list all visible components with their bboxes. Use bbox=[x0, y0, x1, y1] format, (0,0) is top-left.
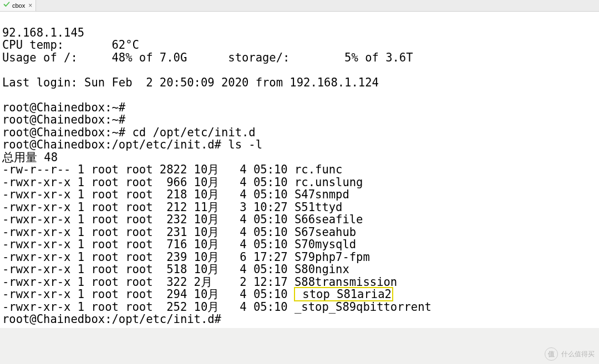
ls-filename: S47snmpd bbox=[295, 188, 349, 201]
ls-filename: rc.func bbox=[295, 163, 342, 176]
check-icon bbox=[3, 0, 10, 12]
table-row: -rwxr-xr-x 1 root root 232 10月 4 05:10 S… bbox=[2, 213, 597, 226]
ls-header: 总用量 48 bbox=[2, 151, 58, 164]
tab-bar: cbox × bbox=[0, 0, 599, 12]
ls-row-attrs: -rw-r--r-- 1 root root 2822 10月 4 05:10 bbox=[2, 163, 295, 176]
tab-label: cbox bbox=[12, 0, 25, 12]
table-row: -rwxr-xr-x 1 root root 218 10月 4 05:10 S… bbox=[2, 188, 597, 201]
table-row: -rwxr-xr-x 1 root root 239 10月 6 17:27 S… bbox=[2, 251, 597, 264]
ls-row-attrs: -rwxr-xr-x 1 root root 252 10月 4 05:10 bbox=[2, 300, 295, 314]
close-icon[interactable]: × bbox=[28, 0, 32, 12]
table-row: -rwxr-xr-x 1 root root 716 10月 4 05:10 S… bbox=[2, 238, 597, 251]
ls-row-attrs: -rwxr-xr-x 1 root root 322 2月 2 12:17 bbox=[2, 275, 295, 289]
watermark-text: 什么值得买 bbox=[561, 348, 595, 361]
ls-filename: _stop_S81aria2 bbox=[295, 288, 393, 301]
ls-row-attrs: -rwxr-xr-x 1 root root 218 10月 4 05:10 bbox=[2, 188, 295, 201]
ls-filename: rc.unslung bbox=[295, 176, 363, 189]
ls-row-attrs: -rwxr-xr-x 1 root root 212 11月 3 10:27 bbox=[2, 201, 295, 214]
terminal[interactable]: 92.168.1.145 CPU temp: 62°C Usage of /: … bbox=[0, 12, 599, 328]
ls-row-attrs: -rwxr-xr-x 1 root root 232 10月 4 05:10 bbox=[2, 213, 295, 226]
table-row: -rwxr-xr-x 1 root root 231 10月 4 05:10 S… bbox=[2, 226, 597, 239]
ls-row-attrs: -rwxr-xr-x 1 root root 239 10月 6 17:27 bbox=[2, 250, 295, 264]
prompt-line: root@Chainedbox:~# bbox=[2, 113, 125, 126]
watermark-icon: 值 bbox=[545, 347, 558, 361]
motd-usage-line: Usage of /: 48% of 7.0G storage/: 5% of … bbox=[2, 51, 413, 64]
ls-output: -rw-r--r-- 1 root root 2822 10月 4 05:10 … bbox=[2, 163, 597, 313]
ls-filename: S80nginx bbox=[295, 263, 349, 276]
ls-filename: S79php7-fpm bbox=[295, 250, 370, 264]
ls-row-attrs: -rwxr-xr-x 1 root root 966 10月 4 05:10 bbox=[2, 176, 295, 189]
watermark: 值 什么值得买 bbox=[545, 347, 595, 361]
ls-filename: S51ttyd bbox=[295, 201, 342, 214]
prompt-line: root@Chainedbox:/opt/etc/init.d# ls -l bbox=[2, 138, 262, 151]
ls-row-attrs: -rwxr-xr-x 1 root root 716 10月 4 05:10 bbox=[2, 238, 295, 251]
table-row: -rwxr-xr-x 1 root root 322 2月 2 12:17 S8… bbox=[2, 276, 597, 289]
table-row: -rwxr-xr-x 1 root root 252 10月 4 05:10 _… bbox=[2, 301, 597, 314]
table-row: -rwxr-xr-x 1 root root 966 10月 4 05:10 r… bbox=[2, 176, 597, 189]
ls-row-attrs: -rwxr-xr-x 1 root root 231 10月 4 05:10 bbox=[2, 225, 295, 239]
ls-filename: S67seahub bbox=[295, 225, 356, 239]
ls-row-attrs: -rwxr-xr-x 1 root root 518 10月 4 05:10 bbox=[2, 263, 295, 276]
table-row: -rw-r--r-- 1 root root 2822 10月 4 05:10 … bbox=[2, 163, 597, 176]
tab-cbox[interactable]: cbox × bbox=[0, 0, 36, 11]
prompt-line: root@Chainedbox:~# cd /opt/etc/init.d bbox=[2, 126, 256, 139]
ls-filename: _stop_S89qbittorrent bbox=[295, 300, 432, 314]
prompt-line: root@Chainedbox:~# bbox=[2, 101, 125, 114]
ls-filename: S70mysqld bbox=[295, 238, 356, 251]
table-row: -rwxr-xr-x 1 root root 518 10月 4 05:10 S… bbox=[2, 263, 597, 276]
table-row: -rwxr-xr-x 1 root root 294 10月 4 05:10 _… bbox=[2, 288, 597, 301]
motd-last-login: Last login: Sun Feb 2 20:50:09 2020 from… bbox=[2, 76, 379, 89]
prompt-line: root@Chainedbox:/opt/etc/init.d# bbox=[2, 312, 221, 326]
ls-filename: S66seafile bbox=[295, 213, 363, 226]
table-row: -rwxr-xr-x 1 root root 212 11月 3 10:27 S… bbox=[2, 201, 597, 214]
ls-filename: S88transmission bbox=[295, 275, 397, 289]
ls-row-attrs: -rwxr-xr-x 1 root root 294 10月 4 05:10 bbox=[2, 288, 295, 301]
motd-ip: 92.168.1.145 bbox=[2, 26, 84, 39]
motd-cpu-line: CPU temp: 62°C bbox=[2, 38, 139, 52]
